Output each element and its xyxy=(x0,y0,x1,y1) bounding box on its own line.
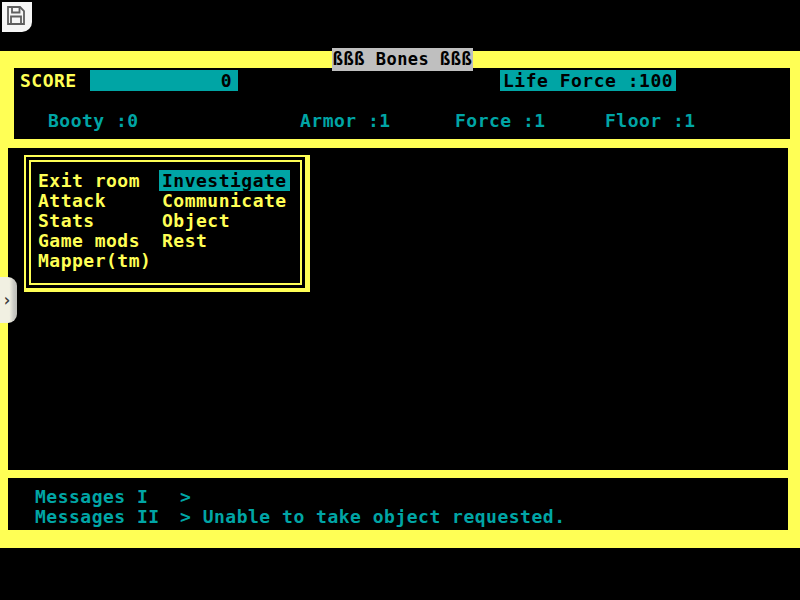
stat-floor: Floor :1 xyxy=(605,110,696,131)
menu-item-game-mods[interactable]: Game mods xyxy=(38,231,162,251)
page-title: ßßß Bones ßßß xyxy=(332,48,473,71)
drawer-toggle-tab[interactable]: › xyxy=(0,277,17,323)
menu-item-stats[interactable]: Stats xyxy=(38,211,162,231)
messages-2-prompt: > xyxy=(180,506,191,527)
messages-1-text: > xyxy=(180,487,191,507)
messages-1-label: Messages I xyxy=(35,487,148,507)
action-menu-inner: Exit room Attack Stats Game mods Mapper(… xyxy=(29,160,302,285)
messages-2-content: Unable to take object requested. xyxy=(203,506,566,527)
floppy-disk-icon xyxy=(5,5,27,27)
menu-item-mapper[interactable]: Mapper(tm) xyxy=(38,251,162,271)
chevron-right-icon: › xyxy=(2,292,13,309)
messages-2-text: > Unable to take object requested. xyxy=(180,507,565,527)
menu-item-exit-room[interactable]: Exit room xyxy=(38,171,162,191)
menu-column-left: Exit room Attack Stats Game mods Mapper(… xyxy=(38,171,162,271)
messages-panel: Messages I > Messages II > Unable to tak… xyxy=(8,478,788,530)
menu-item-attack[interactable]: Attack xyxy=(38,191,162,211)
score-bar: 0 xyxy=(90,70,238,91)
status-panel: SCORE : 0 Life Force :100 Booty :0 Armor… xyxy=(14,68,790,139)
game-screen: { "app": { "title": "ßßß Bones ßßß" }, "… xyxy=(0,0,800,600)
score-label: SCORE : xyxy=(20,70,99,91)
menu-item-rest[interactable]: Rest xyxy=(162,231,290,251)
messages-1-prompt: > xyxy=(180,486,191,507)
action-menu: Exit room Attack Stats Game mods Mapper(… xyxy=(24,155,310,292)
messages-2-label: Messages II xyxy=(35,507,160,527)
save-button[interactable] xyxy=(2,2,32,32)
stat-armor: Armor :1 xyxy=(300,110,391,131)
menu-item-communicate[interactable]: Communicate xyxy=(162,191,290,211)
menu-item-investigate[interactable]: Investigate xyxy=(162,171,290,191)
stat-force: Force :1 xyxy=(455,110,546,131)
main-panel: Exit room Attack Stats Game mods Mapper(… xyxy=(8,148,788,470)
selected-menu-item[interactable]: Investigate xyxy=(159,170,290,191)
menu-item-object[interactable]: Object xyxy=(162,211,290,231)
life-force-badge: Life Force :100 xyxy=(500,70,676,91)
menu-column-right: Investigate Communicate Object Rest xyxy=(162,171,290,271)
stat-booty: Booty :0 xyxy=(48,110,139,131)
